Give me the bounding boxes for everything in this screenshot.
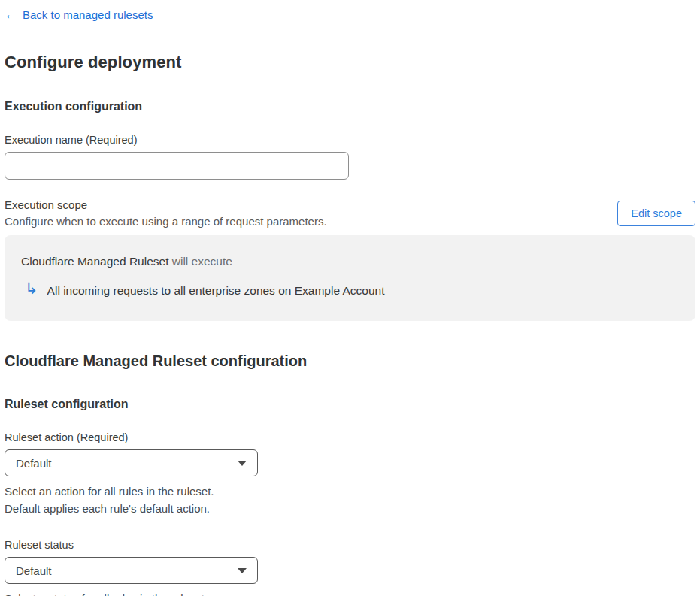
execution-configuration-heading: Execution configuration <box>5 100 695 113</box>
execution-name-input[interactable] <box>5 152 349 180</box>
ruleset-action-label: Ruleset action (Required) <box>5 431 695 443</box>
execute-scope-text: All incoming requests to all enterprise … <box>47 284 385 298</box>
elbow-arrow-icon: ↳ <box>25 280 38 296</box>
execution-name-label: Execution name (Required) <box>5 134 695 146</box>
back-arrow-icon: ← <box>5 8 17 21</box>
page-title: Configure deployment <box>5 53 695 72</box>
ruleset-status-label: Ruleset status <box>5 539 695 551</box>
chevron-down-icon <box>238 568 247 573</box>
ruleset-configuration-title: Cloudflare Managed Ruleset configuration <box>5 352 695 370</box>
ruleset-configuration-heading: Ruleset configuration <box>5 398 695 411</box>
will-execute-text: will execute <box>168 255 232 268</box>
ruleset-action-help-line2: Default applies each rule's default acti… <box>5 500 695 517</box>
ruleset-action-value: Default <box>16 457 52 470</box>
ruleset-action-help: Select an action for all rules in the ru… <box>5 483 695 517</box>
back-to-managed-rulesets-link[interactable]: ← Back to managed rulesets <box>5 8 153 21</box>
execute-summary-line: Cloudflare Managed Ruleset will execute <box>21 255 679 268</box>
configure-deployment-page: ← Back to managed rulesets Configure dep… <box>0 0 700 596</box>
ruleset-status-select[interactable]: Default <box>5 557 258 584</box>
ruleset-action-help-line1: Select an action for all rules in the ru… <box>5 483 695 500</box>
back-link-label: Back to managed rulesets <box>23 8 153 21</box>
execution-scope-row: Execution scope Configure when to execut… <box>5 198 695 228</box>
ruleset-status-help: Select a status for all rules in the rul… <box>5 590 695 596</box>
execution-scope-label: Execution scope <box>5 198 327 211</box>
ruleset-name-text: Cloudflare Managed Ruleset <box>21 255 168 268</box>
chevron-down-icon <box>238 461 247 466</box>
execute-scope-line: ↳ All incoming requests to all enterpris… <box>21 283 679 298</box>
execution-scope-text-group: Execution scope Configure when to execut… <box>5 198 327 228</box>
execution-scope-description: Configure when to execute using a range … <box>5 215 327 228</box>
ruleset-status-value: Default <box>16 564 52 577</box>
execution-scope-summary-box: Cloudflare Managed Ruleset will execute … <box>5 235 695 321</box>
ruleset-action-select[interactable]: Default <box>5 449 258 476</box>
edit-scope-button[interactable]: Edit scope <box>617 201 695 226</box>
